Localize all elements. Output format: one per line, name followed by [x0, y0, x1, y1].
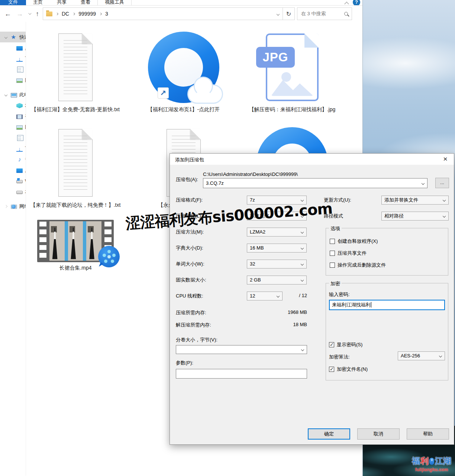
- file-item-qq-shortcut[interactable]: ↗ 【福利江湖发布页1】-点此打开: [137, 30, 230, 113]
- breadcrumb-separator-icon: [99, 12, 102, 15]
- dictionary-combobox[interactable]: 16 MB: [247, 244, 307, 253]
- document-icon: [17, 67, 23, 73]
- encryption-method-combobox[interactable]: AES-256: [398, 351, 445, 360]
- address-dropdown-icon[interactable]: [277, 13, 280, 16]
- ribbon-tab-bar: 文件 主页 共享 查看 视频工具 ?: [0, 0, 362, 6]
- cancel-button[interactable]: 取消: [357, 428, 400, 440]
- sidebar-item-downloads[interactable]: ↓ 下载: [0, 53, 26, 64]
- path-mode-combobox[interactable]: 相对路径: [381, 212, 449, 221]
- dialog-title-bar[interactable]: 添加到压缩包 ✕: [170, 154, 454, 165]
- parameters-label: 参数(P):: [176, 360, 193, 366]
- dialog-title: 添加到压缩包: [175, 157, 204, 163]
- file-item-mp4[interactable]: 长裙合集.mp4: [29, 219, 122, 271]
- archive-label: 压缩包(A):: [176, 176, 198, 183]
- volume-size-combobox[interactable]: [176, 345, 307, 354]
- tab-file[interactable]: 文件: [0, 0, 26, 5]
- solid-block-combobox[interactable]: 2 GB: [247, 276, 307, 284]
- chevron-down-icon[interactable]: [4, 35, 7, 38]
- file-item-jpg[interactable]: JPG 【解压密码：来福利江湖找福利】.jpg: [246, 30, 339, 113]
- tab-video-tools[interactable]: 视频工具: [97, 0, 132, 5]
- browse-button[interactable]: ...: [435, 178, 449, 188]
- chevron-down-icon[interactable]: [422, 182, 425, 185]
- file-item-txt-2[interactable]: 【来了就能下载的论坛，纯免费！】.txt: [29, 126, 122, 209]
- word-size-combobox[interactable]: 32: [247, 260, 307, 268]
- breadcrumb-separator-icon: [72, 12, 75, 15]
- password-input[interactable]: 来福利江湖找福利: [329, 300, 445, 310]
- breadcrumb-999999[interactable]: 999999: [78, 11, 96, 17]
- collapse-ribbon-icon[interactable]: [344, 1, 349, 6]
- sidebar-item-documents[interactable]: 文档: [0, 64, 26, 75]
- solid-block-label: 固实数据大小:: [176, 277, 206, 283]
- pictures-icon: [16, 78, 23, 83]
- txt-file-icon: [58, 33, 93, 101]
- breadcrumb-3[interactable]: 3: [105, 11, 108, 17]
- create-sfx-checkbox[interactable]: 创建自释放程序(X): [330, 238, 378, 245]
- back-button[interactable]: ←: [4, 10, 11, 17]
- sidebar-item-desktop-pc[interactable]: 桌面: [0, 165, 26, 176]
- encrypt-filenames-checkbox[interactable]: 加密文件名(N): [329, 366, 368, 373]
- sidebar-item-videos[interactable]: 视频: [0, 111, 26, 122]
- chevron-down-icon[interactable]: [301, 231, 304, 234]
- checkbox-icon[interactable]: [330, 239, 335, 244]
- recent-locations-icon[interactable]: [28, 12, 31, 15]
- file-name: 【福利江湖】全免费-无套路-更新快.txt: [29, 106, 122, 113]
- delete-after-checkbox[interactable]: 操作完成后删除源文件: [330, 262, 386, 268]
- chevron-right-icon[interactable]: [4, 205, 7, 208]
- help-icon[interactable]: ?: [353, 0, 360, 6]
- downloads-icon: ↓: [16, 56, 23, 62]
- chevron-down-icon[interactable]: [439, 354, 442, 357]
- breadcrumb-dc[interactable]: DC: [62, 11, 69, 17]
- parameters-input[interactable]: [176, 369, 307, 379]
- compress-shared-checkbox[interactable]: 压缩共享文件: [330, 250, 367, 257]
- file-name: 【解压密码：来福利江湖找福利】.jpg: [246, 106, 339, 113]
- chevron-down-icon[interactable]: [4, 93, 7, 96]
- document-icon: [17, 135, 23, 141]
- tab-home[interactable]: 主页: [26, 0, 50, 5]
- sidebar-item-music[interactable]: ♪ 音乐: [0, 154, 26, 165]
- cpu-threads-combobox[interactable]: 12: [247, 292, 283, 300]
- chevron-down-icon[interactable]: [301, 263, 304, 266]
- update-mode-combobox[interactable]: 添加并替换文件: [381, 196, 449, 205]
- sidebar-item-this-pc[interactable]: 此电脑: [0, 89, 26, 100]
- refresh-button[interactable]: ↻: [283, 7, 295, 20]
- method-combobox[interactable]: LZMA2: [247, 228, 307, 237]
- video-player-badge-icon: [98, 246, 120, 267]
- sidebar-item-3d-objects[interactable]: 3D 对象: [0, 100, 26, 111]
- sidebar-item-desktop[interactable]: 桌面: [0, 42, 26, 53]
- address-bar[interactable]: DC 999999 3: [43, 7, 283, 20]
- sidebar-item-network[interactable]: 网络: [0, 201, 26, 212]
- tab-share[interactable]: 共享: [50, 0, 74, 5]
- sidebar-item-quick-access[interactable]: ★ 快速访问: [0, 32, 26, 42]
- close-icon[interactable]: ✕: [441, 156, 449, 163]
- sidebar-item-pictures-pc[interactable]: 图片: [0, 122, 26, 132]
- sidebar-item-pictures[interactable]: 图片: [0, 75, 26, 86]
- ok-button[interactable]: 确定: [308, 428, 350, 440]
- up-button[interactable]: ↑: [36, 10, 39, 17]
- search-box[interactable]: 在 3 中搜索: [297, 7, 352, 20]
- forward-button[interactable]: →: [16, 10, 23, 17]
- chevron-down-icon[interactable]: [301, 247, 304, 250]
- checkbox-checked-icon[interactable]: [329, 342, 334, 347]
- chevron-down-icon[interactable]: [443, 215, 446, 218]
- chevron-down-icon[interactable]: [277, 295, 280, 298]
- chevron-down-icon[interactable]: [301, 348, 304, 351]
- show-password-checkbox[interactable]: 显示密码(S): [329, 341, 362, 348]
- sidebar-item-local-disk[interactable]: 本地磁盘: [0, 186, 26, 197]
- chevron-down-icon[interactable]: [443, 199, 446, 202]
- computer-icon: [11, 93, 17, 97]
- sidebar-item-documents-pc[interactable]: 文档: [0, 132, 26, 143]
- site-logo: 福利江湖 fulijianghu.com: [412, 456, 451, 472]
- sidebar-item-windows-c[interactable]: Windows (C:): [0, 176, 26, 186]
- archive-name-combobox[interactable]: 3.CQ.7z: [203, 178, 427, 188]
- chevron-down-icon[interactable]: [301, 279, 304, 282]
- checkbox-checked-icon[interactable]: [329, 367, 334, 372]
- sidebar-item-downloads-pc[interactable]: ↓ 下载: [0, 143, 26, 154]
- help-button[interactable]: 帮助: [407, 428, 449, 440]
- star-icon: ★: [11, 34, 17, 40]
- checkbox-icon[interactable]: [330, 263, 335, 268]
- encryption-group: 加密 输入密码: 来福利江湖找福利 显示密码(S) 加密算法: AES-256 …: [326, 283, 448, 380]
- tab-view[interactable]: 查看: [74, 0, 97, 5]
- checkbox-icon[interactable]: [330, 251, 335, 256]
- file-item-txt-1[interactable]: 【福利江湖】全免费-无套路-更新快.txt: [29, 30, 122, 113]
- memory-compress-value: 1968 MB: [176, 309, 307, 315]
